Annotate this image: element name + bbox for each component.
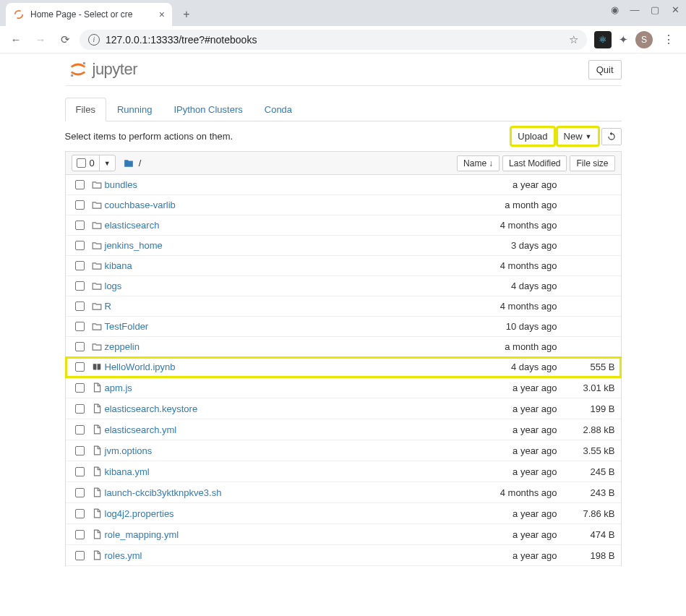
site-info-icon[interactable]: i — [88, 34, 100, 46]
list-item: log4j2.propertiesa year ago7.86 kB — [66, 503, 621, 524]
row-checkbox[interactable] — [72, 383, 89, 393]
close-window-icon[interactable]: ✕ — [670, 4, 680, 14]
jupyter-header: jupyter Quit — [65, 54, 622, 86]
row-checkbox[interactable] — [72, 200, 89, 210]
item-link[interactable]: elasticsearch.keystore — [105, 403, 456, 414]
item-link[interactable]: roles.yml — [105, 550, 456, 561]
chrome-menu-icon[interactable]: ⋮ — [660, 33, 677, 46]
select-all-checkbox[interactable]: 0 — [72, 155, 99, 171]
tab-ipython-clusters[interactable]: IPython Clusters — [163, 98, 253, 121]
row-checkbox[interactable] — [72, 551, 89, 560]
new-tab-button[interactable]: + — [176, 4, 197, 25]
url-text: 127.0.0.1:13333/tree?#notebooks — [106, 34, 257, 46]
row-checkbox[interactable] — [72, 488, 89, 497]
row-checkbox[interactable] — [72, 281, 89, 291]
forward-button[interactable]: → — [30, 30, 51, 50]
maximize-icon[interactable]: ▢ — [650, 4, 660, 14]
item-modified: a year ago — [456, 382, 565, 393]
tab-running[interactable]: Running — [106, 98, 163, 121]
item-link[interactable]: TestFolder — [105, 321, 456, 332]
tab-strip: Home Page - Select or cre × + — [0, 0, 686, 26]
row-checkbox[interactable] — [72, 425, 89, 435]
row-checkbox[interactable] — [72, 221, 89, 230]
row-checkbox[interactable] — [72, 261, 89, 270]
quit-button[interactable]: Quit — [588, 60, 622, 80]
folder-icon — [89, 180, 105, 190]
item-link[interactable]: bundles — [105, 179, 456, 190]
item-modified: 10 days ago — [456, 321, 565, 332]
jupyter-page: jupyter Quit FilesRunningIPython Cluster… — [65, 54, 622, 566]
back-button[interactable]: ← — [6, 30, 26, 50]
item-link[interactable]: elasticsearch.yml — [105, 424, 456, 435]
sort-size-button[interactable]: File size — [570, 155, 614, 171]
row-checkbox[interactable] — [72, 301, 89, 311]
list-item: launch-ckcib3yktknpkve3.sh4 months ago24… — [66, 482, 621, 503]
select-all-group: 0 ▼ — [72, 155, 116, 171]
row-checkbox[interactable] — [72, 530, 89, 539]
item-modified: a year ago — [456, 403, 565, 414]
select-dropdown[interactable]: ▼ — [99, 155, 115, 171]
row-checkbox[interactable] — [72, 342, 89, 351]
item-link[interactable]: jenkins_home — [105, 240, 456, 251]
sort-name-button[interactable]: Name ↓ — [457, 155, 500, 171]
row-checkbox[interactable] — [72, 467, 89, 476]
sort-modified-button[interactable]: Last Modified — [502, 155, 567, 171]
svg-point-0 — [15, 11, 23, 19]
item-link[interactable]: kibana.yml — [105, 466, 456, 477]
item-modified: a year ago — [456, 508, 565, 519]
item-link[interactable]: elasticsearch — [105, 220, 456, 231]
row-checkbox[interactable] — [72, 509, 89, 518]
refresh-button[interactable] — [601, 128, 622, 145]
item-link[interactable]: jvm.options — [105, 445, 456, 456]
browser-tab[interactable]: Home Page - Select or cre × — [6, 3, 172, 26]
upload-button[interactable]: Upload — [511, 127, 554, 145]
breadcrumb[interactable]: / — [123, 158, 142, 168]
url-input[interactable]: i 127.0.0.1:13333/tree?#notebooks ☆ — [80, 30, 587, 50]
folder-icon — [123, 158, 134, 168]
list-item: apm.jsa year ago3.01 kB — [66, 377, 621, 398]
checkbox-icon — [77, 158, 86, 168]
item-link[interactable]: launch-ckcib3yktknpkve3.sh — [105, 487, 456, 498]
list-item: roles.ymla year ago198 B — [66, 545, 621, 566]
folder-icon — [89, 281, 105, 291]
tab-conda[interactable]: Conda — [254, 98, 303, 121]
item-link[interactable]: kibana — [105, 260, 456, 271]
file-icon — [89, 466, 105, 477]
reload-button[interactable]: ⟳ — [55, 30, 75, 50]
folder-icon — [89, 241, 105, 251]
jupyter-favicon — [13, 9, 25, 20]
folder-icon — [89, 342, 105, 352]
react-devtools-icon[interactable]: ⚛ — [594, 31, 612, 48]
breadcrumb-root: / — [139, 158, 142, 168]
item-link[interactable]: log4j2.properties — [105, 508, 456, 519]
row-checkbox[interactable] — [72, 362, 89, 372]
row-checkbox[interactable] — [72, 322, 89, 331]
new-button[interactable]: New▼ — [557, 127, 599, 145]
item-link[interactable]: apm.js — [105, 382, 456, 393]
jupyter-logo-text: jupyter — [93, 60, 138, 79]
item-link[interactable]: logs — [105, 281, 456, 291]
item-link[interactable]: zeppelin — [105, 341, 456, 352]
item-modified: a month ago — [456, 341, 565, 352]
row-checkbox[interactable] — [72, 180, 89, 189]
jupyter-logo[interactable]: jupyter — [68, 59, 138, 80]
address-bar: ← → ⟳ i 127.0.0.1:13333/tree?#notebooks … — [0, 26, 686, 54]
item-size: 3.55 kB — [565, 445, 615, 456]
tab-files[interactable]: Files — [65, 98, 106, 121]
row-checkbox[interactable] — [72, 241, 89, 250]
minimize-icon[interactable]: — — [630, 4, 640, 14]
folder-icon — [89, 322, 105, 332]
item-link[interactable]: couchbase-varlib — [105, 200, 456, 210]
profile-avatar[interactable]: S — [635, 31, 653, 48]
bookmark-icon[interactable]: ☆ — [569, 33, 578, 46]
row-checkbox[interactable] — [72, 446, 89, 455]
item-link[interactable]: R — [105, 301, 456, 312]
item-link[interactable]: role_mapping.yml — [105, 529, 456, 540]
close-icon[interactable]: × — [159, 9, 165, 20]
row-checkbox[interactable] — [72, 404, 89, 414]
list-item: bundlesa year ago — [66, 175, 621, 195]
extensions-icon[interactable]: ✦ — [619, 33, 628, 46]
list-item: logs4 days ago — [66, 276, 621, 296]
item-link[interactable]: HelloWorld.ipynb — [105, 362, 456, 372]
item-modified: 4 months ago — [456, 260, 565, 271]
